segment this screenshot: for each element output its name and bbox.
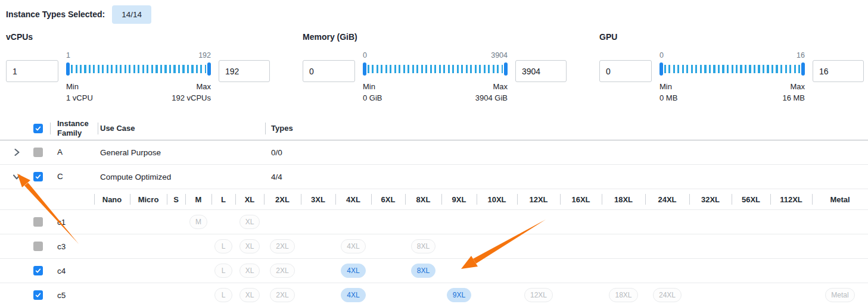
- slider-range-max-label: 192: [198, 51, 211, 61]
- size-column-label: 32XL: [689, 189, 732, 209]
- max-caption: Max: [172, 81, 211, 92]
- table-header: Instance Family Use Case Types: [0, 117, 868, 140]
- min-caption: Min: [659, 81, 677, 92]
- size-pill: 2XL: [270, 288, 294, 302]
- vcpus-range-slider[interactable]: 1 192 Min 1 vCPU Max: [66, 51, 211, 104]
- filter-title: vCPUs: [6, 32, 270, 44]
- size-header-row: Nano Micro S M L XL 2XL 3XL 4XL 6XL 8XL …: [0, 189, 868, 210]
- slider-range-max-label: 3904: [491, 51, 508, 61]
- filter-gpu: GPU 0 16 Min 0 M: [599, 32, 864, 104]
- size-column-label: 24XL: [645, 189, 689, 209]
- slider-handle-min[interactable]: [363, 62, 366, 76]
- gpu-min-input[interactable]: [599, 60, 652, 82]
- size-pill: 2XL: [270, 239, 294, 253]
- size-column-label: XL: [235, 189, 264, 209]
- selected-count-badge: 14/14: [112, 5, 151, 24]
- filters-section: vCPUs 1 192 Min: [6, 32, 868, 104]
- size-pill[interactable]: 4XL: [341, 264, 365, 278]
- family-row-a: A General Purpose 0/0: [0, 140, 868, 165]
- column-types: Types: [262, 124, 868, 133]
- size-pill[interactable]: 8XL: [411, 264, 435, 278]
- size-pill: 18XL: [609, 288, 637, 302]
- size-pill: 12XL: [524, 288, 553, 302]
- select-all-checkbox[interactable]: [33, 124, 43, 133]
- instance-name: c5: [50, 291, 94, 300]
- min-caption: Min: [363, 81, 382, 92]
- vcpus-min-input[interactable]: [6, 60, 58, 82]
- column-instance-family: Instance Family: [50, 119, 98, 138]
- family-name: A: [50, 148, 98, 157]
- instance-checkbox: [33, 242, 43, 251]
- memory-max-input[interactable]: [515, 60, 567, 82]
- filter-vcpus: vCPUs 1 192 Min: [6, 32, 270, 104]
- instance-row-c4: c4 L XL 2XL 4XL 8XL: [0, 259, 868, 283]
- instance-table: Instance Family Use Case Types A General…: [0, 117, 868, 304]
- slider-handle-max[interactable]: [207, 62, 211, 76]
- size-column-label: M: [185, 189, 211, 209]
- check-icon: [35, 267, 42, 274]
- instance-checkbox[interactable]: [33, 266, 43, 275]
- filter-title: Memory (GiB): [303, 32, 567, 44]
- slider-ticks: [664, 65, 800, 73]
- size-pill[interactable]: 9XL: [447, 288, 471, 302]
- instance-checkbox[interactable]: [33, 290, 43, 300]
- chevron-down-icon[interactable]: [12, 172, 21, 181]
- instance-name: c1: [50, 218, 94, 227]
- column-use-case: Use Case: [98, 124, 262, 133]
- instance-name: c4: [50, 267, 94, 275]
- size-column-label: 18XL: [602, 189, 645, 209]
- use-case: General Purpose: [98, 148, 262, 157]
- slider-handle-min[interactable]: [66, 62, 70, 76]
- slider-ticks: [368, 65, 503, 73]
- size-column-label: 9XL: [441, 189, 477, 209]
- family-row-c: C Compute Optimized 4/4: [0, 165, 868, 189]
- slider-range-min-label: 1: [66, 51, 70, 61]
- chevron-right-icon[interactable]: [12, 148, 21, 157]
- instance-types-selected-label: Instance Types Selected:: [6, 10, 105, 19]
- instance-row-c3: c3 L XL 2XL 4XL 8XL: [0, 234, 868, 259]
- max-caption: Max: [475, 81, 508, 92]
- memory-min-input[interactable]: [303, 60, 355, 82]
- instance-type-selector: Instance Types Selected: 14/14 vCPUs 1 1…: [0, 0, 868, 304]
- family-checkbox: [33, 148, 43, 157]
- size-pill: L: [214, 288, 232, 302]
- vcpus-max-input[interactable]: [219, 60, 270, 82]
- slider-ticks: [71, 65, 206, 73]
- size-pill: XL: [239, 264, 260, 278]
- instance-row-c1: c1 M XL: [0, 210, 868, 234]
- size-pill: XL: [239, 215, 260, 229]
- size-pill: 4XL: [341, 239, 365, 253]
- size-pill: XL: [239, 288, 260, 302]
- size-pill: 8XL: [411, 239, 435, 253]
- check-icon: [35, 125, 42, 132]
- family-name: C: [50, 172, 98, 181]
- slider-handle-max[interactable]: [504, 62, 508, 76]
- size-pill: L: [214, 264, 232, 278]
- size-pill: XL: [239, 239, 260, 253]
- instance-row-c5: c5 L XL 2XL 4XL 9XL 12XL 18XL 24XL Metal: [0, 283, 868, 304]
- size-pill[interactable]: 4XL: [341, 288, 365, 302]
- size-column-label: 56XL: [732, 189, 770, 209]
- check-icon: [35, 292, 42, 299]
- min-caption: Min: [66, 81, 93, 92]
- gpu-range-slider[interactable]: 0 16 Min 0 MB Max: [659, 51, 805, 104]
- size-column-label: Nano: [94, 189, 130, 209]
- size-column-label: S: [167, 189, 185, 209]
- min-detail: 1 vCPU: [66, 92, 93, 104]
- check-icon: [35, 173, 42, 180]
- min-detail: 0 GiB: [363, 92, 382, 104]
- size-column-label: 8XL: [405, 189, 441, 209]
- memory-range-slider[interactable]: 0 3904 Min 0 GiB Max: [363, 51, 508, 104]
- family-checkbox[interactable]: [33, 172, 43, 181]
- slider-range-min-label: 0: [363, 51, 367, 61]
- slider-handle-min[interactable]: [659, 62, 663, 76]
- max-detail: 3904 GiB: [475, 92, 508, 104]
- size-column-label: 112XL: [770, 189, 812, 209]
- gpu-max-input[interactable]: [813, 60, 864, 82]
- slider-range-max-label: 16: [797, 51, 805, 61]
- size-pill: Metal: [825, 288, 854, 302]
- instance-name: c3: [50, 242, 94, 251]
- size-pill: L: [214, 239, 232, 253]
- use-case: Compute Optimized: [98, 173, 262, 181]
- slider-handle-max[interactable]: [801, 62, 805, 76]
